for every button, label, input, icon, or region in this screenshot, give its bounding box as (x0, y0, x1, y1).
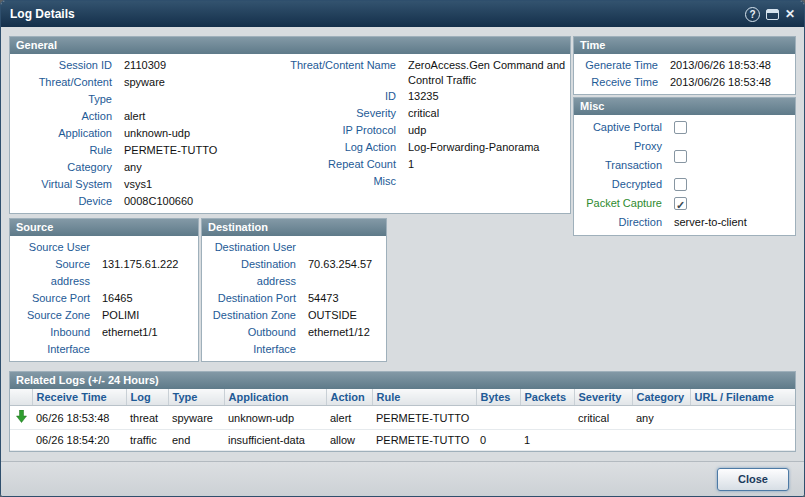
field-repeat-count: Repeat Count 1 (268, 156, 566, 173)
table-cell: PERMETE-TUTTO (372, 430, 476, 451)
field-threat-content-name: Threat/Content Name ZeroAccess.Gen Comma… (268, 57, 566, 88)
field-value: 16465 (102, 290, 133, 307)
close-button[interactable]: Close (717, 468, 789, 491)
related-logs-panel-header: Related Logs (+/- 24 Hours) (10, 372, 795, 389)
column-url-filename[interactable]: URL / Filename (690, 389, 795, 406)
packet-capture-checkbox[interactable] (674, 197, 687, 210)
field-value: ZeroAccess.Gen Command and Control Traff… (408, 57, 566, 88)
field-label: Session ID (14, 57, 124, 74)
field-label: IP Protocol (268, 122, 408, 139)
field-value: unknown-udp (124, 125, 190, 142)
column-action[interactable]: Action (326, 389, 372, 406)
table-cell: 1 (520, 430, 574, 451)
field-label: ID (268, 88, 408, 105)
column-log[interactable]: Log (126, 389, 168, 406)
field-label: Threat/Content Name (268, 57, 408, 88)
column-bytes[interactable]: Bytes (476, 389, 520, 406)
field-value: 2013/06/26 18:53:48 (670, 57, 771, 74)
proxy-transaction-checkbox[interactable] (674, 150, 687, 163)
help-icon[interactable]: ? (745, 7, 760, 22)
field-value: alert (124, 108, 145, 125)
field-source-zone: Source Zone POLIMI (14, 307, 194, 324)
table-row: 06/26 18:54:20 traffic end insufficient-… (10, 430, 795, 451)
field-label: Action (14, 108, 124, 125)
table-cell: threat (126, 406, 168, 430)
table-cell: allow (326, 430, 372, 451)
field-label: Repeat Count (268, 156, 408, 173)
column-application[interactable]: Application (224, 389, 326, 406)
field-value: POLIMI (102, 307, 139, 324)
field-source-address: Source address 131.175.61.222 (14, 256, 194, 290)
field-label: Inbound Interface (14, 324, 102, 358)
field-label: Destination User (206, 239, 308, 256)
table-cell (690, 406, 795, 430)
table-cell (574, 430, 632, 451)
misc-panel: Misc Captive Portal Proxy Transaction De… (573, 97, 796, 236)
download-log-icon[interactable] (16, 410, 27, 423)
time-panel-header: Time (574, 37, 795, 54)
table-header-row: Receive Time Log Type Application Action… (10, 389, 795, 406)
field-source-port: Source Port 16465 (14, 290, 194, 307)
table-cell: any (632, 406, 690, 430)
field-severity: Severity critical (268, 105, 566, 122)
dialog-title: Log Details (10, 7, 75, 21)
field-label: Application (14, 125, 124, 142)
column-type[interactable]: Type (168, 389, 224, 406)
column-packets[interactable]: Packets (520, 389, 574, 406)
field-label: Device (14, 193, 124, 210)
field-packet-capture: Packet Capture (578, 194, 791, 213)
general-left-column: Session ID 2110309 Threat/Content Type s… (14, 57, 268, 210)
titlebar: Log Details ? ✕ (1, 1, 804, 27)
captive-portal-checkbox[interactable] (674, 121, 687, 134)
field-generate-time: Generate Time 2013/06/26 18:53:48 (578, 57, 791, 74)
field-label: Rule (14, 142, 124, 159)
field-receive-time: Receive Time 2013/06/26 18:53:48 (578, 74, 791, 91)
field-label: Source User (14, 239, 102, 256)
time-panel: Time Generate Time 2013/06/26 18:53:48 R… (573, 36, 796, 95)
field-value: 70.63.254.57 (308, 256, 372, 290)
field-decrypted: Decrypted (578, 175, 791, 194)
decrypted-checkbox[interactable] (674, 178, 687, 191)
field-value: critical (408, 105, 566, 122)
field-label: Misc (268, 173, 408, 190)
field-source-user: Source User (14, 239, 194, 256)
table-cell (10, 430, 32, 451)
column-severity[interactable]: Severity (574, 389, 632, 406)
table-cell: 0 (476, 430, 520, 451)
field-destination-user: Destination User (206, 239, 382, 256)
field-label: Generate Time (578, 57, 670, 74)
misc-panel-header: Misc (574, 98, 795, 115)
column-receive-time[interactable]: Receive Time (32, 389, 126, 406)
field-label: Direction (578, 213, 674, 232)
related-logs-panel: Related Logs (+/- 24 Hours) Receive Time… (9, 371, 796, 452)
table-cell: unknown-udp (224, 406, 326, 430)
field-category: Category any (14, 159, 268, 176)
column-rule[interactable]: Rule (372, 389, 476, 406)
field-label: Log Action (268, 139, 408, 156)
field-value: PERMETE-TUTTO (124, 142, 217, 159)
field-value: OUTSIDE (308, 307, 357, 324)
restore-window-icon[interactable] (766, 9, 779, 20)
table-cell (476, 406, 520, 430)
field-label: Decrypted (578, 175, 674, 194)
field-value: server-to-client (674, 213, 747, 232)
field-proxy-transaction: Proxy Transaction (578, 137, 791, 175)
source-panel-header: Source (10, 219, 198, 236)
close-icon[interactable]: ✕ (785, 7, 795, 21)
table-cell: critical (574, 406, 632, 430)
table-cell: end (168, 430, 224, 451)
field-value: 13235 (408, 88, 566, 105)
table-cell (10, 406, 32, 430)
field-session-id: Session ID 2110309 (14, 57, 268, 74)
destination-panel: Destination Destination User Destination… (201, 218, 387, 362)
field-label: Source Zone (14, 307, 102, 324)
table-cell: 06/26 18:54:20 (32, 430, 126, 451)
column-category[interactable]: Category (632, 389, 690, 406)
field-destination-port: Destination Port 54473 (206, 290, 382, 307)
field-label: Category (14, 159, 124, 176)
source-panel: Source Source User Source address 131.17… (9, 218, 199, 362)
packet-capture-link[interactable]: Packet Capture (578, 194, 674, 213)
table-cell: 06/26 18:53:48 (32, 406, 126, 430)
field-value (408, 173, 566, 190)
field-misc: Misc (268, 173, 566, 190)
